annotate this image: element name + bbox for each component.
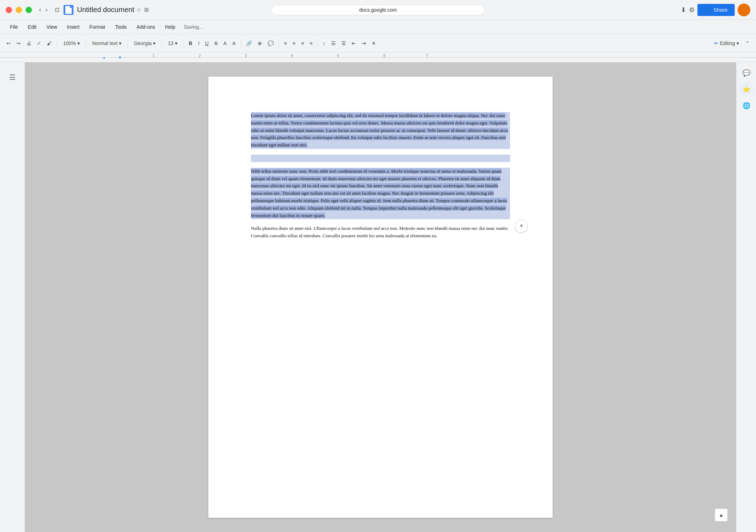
menu-file[interactable]: File <box>6 23 22 31</box>
ruler[interactable]: ◂ ▾ 1 2 3 4 5 6 7 <box>0 52 756 62</box>
indent-increase-button[interactable]: ⇥ <box>360 39 368 48</box>
line-spacing-button[interactable]: ↕ <box>321 39 328 48</box>
title-icons: ☆ ⊞ <box>136 6 149 13</box>
separator-2 <box>86 39 86 48</box>
left-sidebar: ☰ <box>0 62 25 532</box>
translate-panel-icon[interactable]: 🌐 <box>739 99 754 113</box>
folder-icon[interactable]: ⊞ <box>144 6 149 13</box>
menu-addons[interactable]: Add-ons <box>132 23 159 31</box>
right-controls: ⬇ ⚙ 👤 Share <box>681 4 750 16</box>
menu-help[interactable]: Help <box>161 23 180 31</box>
settings-button[interactable]: ⚙ <box>689 6 695 14</box>
strikethrough-button[interactable]: S <box>212 39 220 48</box>
style-value: Normal text <box>92 40 118 46</box>
scroll-to-bottom-button[interactable]: ▲ <box>715 509 728 521</box>
address-bar-area: docs.google.com <box>272 5 484 15</box>
doc-area[interactable]: Lorem ipsum dolor sit amet, consectetur … <box>25 62 736 532</box>
doc-title[interactable]: Untitled document <box>77 6 134 14</box>
share-icon: 👤 <box>705 7 711 13</box>
ruler-mark-7: 7 <box>426 54 428 58</box>
minimize-button[interactable] <box>16 7 22 13</box>
undo-button[interactable]: ↩ <box>4 39 13 48</box>
paragraph-gap[interactable] <box>251 155 510 162</box>
align-center-button[interactable]: ≡ <box>290 39 297 48</box>
right-sidebar: 💬 ⭐ 🌐 <box>736 62 756 532</box>
size-value: 13 <box>168 40 174 46</box>
paragraph-1[interactable]: Lorem ipsum dolor sit amet, consectetur … <box>251 112 510 149</box>
paintformat-button[interactable]: 🖌 <box>45 39 54 48</box>
menu-tools[interactable]: Tools <box>111 23 131 31</box>
style-dropdown-icon: ▾ <box>119 40 121 46</box>
ruler-mark-6: 6 <box>383 54 385 58</box>
size-select[interactable]: 13 ▾ <box>165 39 181 48</box>
editing-dropdown[interactable]: ✏ Editing ▾ <box>711 39 742 48</box>
paragraph-3[interactable]: Nulla pharetra diam sit amet nisl. Ullam… <box>251 225 510 240</box>
font-select[interactable]: Georgia ▾ <box>131 39 159 48</box>
ruler-mark-4: 4 <box>291 54 293 58</box>
forward-button[interactable]: › <box>44 5 49 15</box>
align-left-button[interactable]: ≡ <box>282 39 289 48</box>
insert-image-button[interactable]: ⊕ <box>256 39 264 48</box>
align-justify-button[interactable]: ≡ <box>307 39 314 48</box>
bold-button[interactable]: B <box>187 39 195 48</box>
insert-comment-button[interactable]: 💬 <box>265 39 276 48</box>
ruler-mark-3: 3 <box>245 54 247 58</box>
paragraph-2-text: Nibh tellus molestie nunc non. Proin nib… <box>251 168 507 218</box>
editing-dropdown-icon: ▾ <box>736 40 739 46</box>
indent-decrease-button[interactable]: ⇤ <box>350 39 358 48</box>
content-area: Lorem ipsum dolor sit amet, consectetur … <box>251 112 510 240</box>
size-dropdown-icon: ▾ <box>175 40 177 46</box>
toolbar: ↩ ↪ 🖨 ✓ 🖌 100% ▾ Normal text ▾ Georgia ▾… <box>0 34 756 52</box>
highlight-color-button[interactable]: A <box>221 39 229 48</box>
zoom-value: 100% <box>63 40 76 46</box>
bookmarks-panel-icon[interactable]: ⭐ <box>739 82 754 96</box>
align-right-button[interactable]: ≡ <box>299 39 306 48</box>
link-button[interactable]: 🔗 <box>244 39 254 48</box>
main-area: ☰ Lorem ipsum dolor sit amet, consectetu… <box>0 62 756 532</box>
comments-panel-icon[interactable]: 💬 <box>739 66 754 80</box>
numbered-list-button[interactable]: ☰ <box>339 39 348 48</box>
outline-icon[interactable]: ☰ <box>6 70 19 85</box>
collapse-button[interactable]: ⌃ <box>743 39 752 48</box>
zoom-select[interactable]: 100% ▾ <box>60 39 83 48</box>
redo-button[interactable]: ↪ <box>14 39 23 48</box>
ruler-mark-1: 1 <box>153 54 155 58</box>
clear-format-button[interactable]: ✕ <box>369 39 378 48</box>
paragraph-2[interactable]: Nibh tellus molestie nunc non. Proin nib… <box>251 168 510 220</box>
zoom-dropdown-icon: ▾ <box>77 40 80 46</box>
user-avatar[interactable] <box>738 4 750 16</box>
maximize-button[interactable] <box>26 7 32 13</box>
menu-format[interactable]: Format <box>85 23 109 31</box>
spellcheck-button[interactable]: ✓ <box>35 39 43 48</box>
address-bar[interactable]: docs.google.com <box>272 5 484 15</box>
italic-button[interactable]: I <box>196 39 202 48</box>
font-value: Georgia <box>134 40 152 46</box>
nav-arrows: ‹ › <box>38 5 49 15</box>
menu-edit[interactable]: Edit <box>24 23 41 31</box>
style-select[interactable]: Normal text ▾ <box>89 39 125 48</box>
print-button[interactable]: 🖨 <box>24 39 33 48</box>
menu-insert[interactable]: Insert <box>63 23 84 31</box>
back-button[interactable]: ‹ <box>38 5 43 15</box>
ruler-mark-2: 2 <box>199 54 201 58</box>
close-button[interactable] <box>6 7 12 13</box>
editing-label: Editing <box>720 40 735 46</box>
underline-button[interactable]: U <box>203 39 211 48</box>
menu-view[interactable]: View <box>42 23 61 31</box>
document-page: Lorem ipsum dolor sit amet, consectetur … <box>208 77 553 518</box>
star-icon[interactable]: ☆ <box>136 6 141 13</box>
window-expand-button[interactable]: ⊡ <box>53 5 61 15</box>
download-button[interactable]: ⬇ <box>681 6 686 14</box>
ruler-container: ◂ ▾ 1 2 3 4 5 6 7 1.5 <box>0 52 756 62</box>
list-button[interactable]: ☰ <box>329 39 338 48</box>
separator-8 <box>318 39 318 48</box>
saving-status: Saving... <box>184 24 203 30</box>
share-button[interactable]: 👤 Share <box>697 4 735 16</box>
menubar: File Edit View Insert Format Tools Add-o… <box>0 20 756 34</box>
text-color-button[interactable]: A <box>230 39 238 48</box>
separator-1 <box>57 39 57 48</box>
insert-content-button[interactable]: + <box>515 220 528 233</box>
font-dropdown-icon: ▾ <box>153 40 155 46</box>
share-label: Share <box>713 7 728 13</box>
titlebar: ‹ › ⊡ Untitled document ☆ ⊞ docs.google.… <box>0 0 756 20</box>
